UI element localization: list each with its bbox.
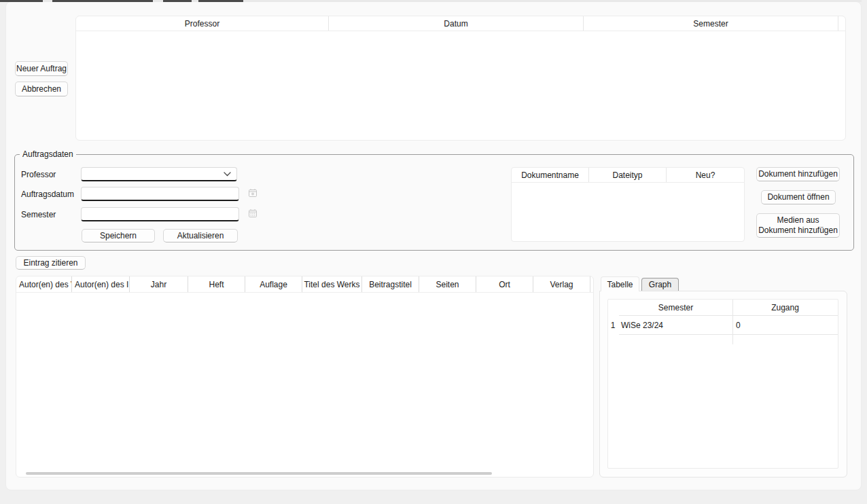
- calendar-grid-icon[interactable]: [248, 209, 258, 218]
- entries-col-publisher[interactable]: Verlag: [533, 276, 590, 292]
- refresh-button[interactable]: Aktualisieren: [163, 229, 238, 242]
- stats-col-zugang[interactable]: Zugang: [732, 303, 838, 312]
- stats-col-semester[interactable]: Semester: [619, 303, 732, 312]
- open-document-button[interactable]: Dokument öffnen: [761, 190, 836, 204]
- entries-col-author-work[interactable]: Autor(en) des V: [16, 276, 72, 292]
- entries-col-place[interactable]: Ort: [476, 276, 533, 292]
- order-date-input[interactable]: [81, 187, 239, 201]
- stats-row-zugang[interactable]: 0: [736, 321, 741, 330]
- orders-table-body[interactable]: [76, 31, 845, 140]
- orders-col-datum[interactable]: Datum: [329, 16, 584, 31]
- order-date-label: Auftragsdatum: [21, 190, 74, 199]
- top-window-edge: [0, 0, 862, 2]
- stats-row-index: 1: [608, 321, 618, 330]
- add-media-from-document-button[interactable]: Medien aus Dokument hinzufügen: [756, 213, 840, 238]
- entries-col-author-contrib[interactable]: Autor(en) des I: [72, 276, 130, 292]
- cancel-button[interactable]: Abbrechen: [15, 82, 68, 96]
- chevron-down-icon: [224, 172, 231, 177]
- documents-table[interactable]: Dokumentname Dateityp Neu?: [511, 167, 745, 242]
- stats-row-semester[interactable]: WiSe 23/24: [621, 321, 663, 330]
- entries-col-contrib-title[interactable]: Beitragstitel: [362, 276, 419, 292]
- semester-label: Semester: [21, 210, 56, 219]
- entries-col-year[interactable]: Jahr: [130, 276, 188, 292]
- tab-graph[interactable]: Graph: [641, 278, 679, 291]
- add-document-button[interactable]: Dokument hinzufügen: [756, 167, 840, 181]
- stats-table[interactable]: Semester Zugang 1 WiSe 23/24 0: [607, 299, 838, 469]
- tab-tabelle[interactable]: Tabelle: [601, 276, 639, 291]
- order-data-group-title: Auftragsdaten: [20, 149, 76, 159]
- app-window: Professor Datum Semester Neuer Auftrag A…: [0, 0, 867, 504]
- orders-table[interactable]: Professor Datum Semester: [75, 16, 846, 141]
- semester-input[interactable]: [81, 207, 239, 221]
- documents-col-filetype[interactable]: Dateityp: [589, 168, 667, 182]
- orders-col-professor[interactable]: Professor: [76, 16, 329, 31]
- professor-label: Professor: [21, 170, 56, 179]
- cite-entry-button[interactable]: Eintrag zitieren: [16, 256, 86, 270]
- entries-col-edition[interactable]: Auflage: [245, 276, 302, 292]
- entries-col-work-title[interactable]: Titel des Werks: [302, 276, 362, 292]
- entries-col-issue[interactable]: Heft: [188, 276, 245, 292]
- documents-col-name[interactable]: Dokumentname: [512, 168, 589, 182]
- documents-table-body[interactable]: [512, 183, 744, 241]
- entries-col-pages[interactable]: Seiten: [419, 276, 476, 292]
- documents-col-new[interactable]: Neu?: [667, 168, 744, 182]
- calendar-day-icon[interactable]: [248, 188, 258, 198]
- orders-col-semester[interactable]: Semester: [584, 16, 838, 31]
- save-button[interactable]: Speichern: [82, 229, 155, 242]
- entries-table[interactable]: Autor(en) des V Autor(en) des I Jahr Hef…: [16, 276, 594, 478]
- professor-combobox[interactable]: [81, 167, 237, 181]
- new-order-button[interactable]: Neuer Auftrag: [15, 61, 68, 76]
- entries-table-body[interactable]: [16, 293, 593, 466]
- horizontal-scrollbar[interactable]: [26, 472, 492, 475]
